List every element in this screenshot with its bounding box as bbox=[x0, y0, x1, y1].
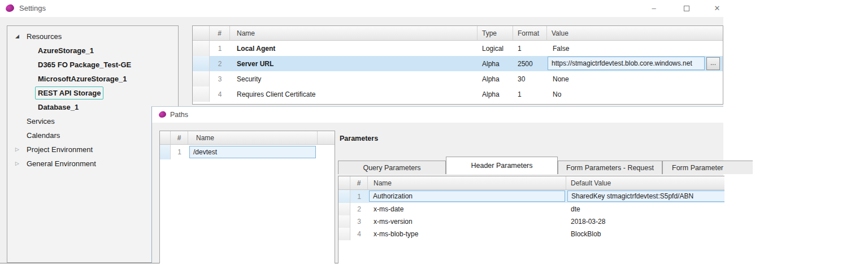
row-gutter[interactable] bbox=[193, 41, 210, 56]
row-num: 3 bbox=[210, 71, 230, 86]
minimize-button[interactable]: – bbox=[644, 0, 663, 17]
prop-value[interactable]: False bbox=[547, 41, 723, 56]
tree-item-label: General Environment bbox=[27, 157, 96, 171]
param-value-cell: SharedKey stmagictrfdevtest:S5pfd/ABN bbox=[566, 190, 724, 203]
prop-name: Requires Client Certificate bbox=[230, 86, 478, 102]
row-num: 4 bbox=[350, 228, 368, 240]
header-spacer bbox=[318, 131, 335, 144]
param-name: x-ms-version bbox=[368, 215, 566, 228]
header-format[interactable]: Format bbox=[513, 26, 547, 40]
expand-icon[interactable]: ▷ bbox=[15, 157, 23, 171]
maximize-icon bbox=[684, 6, 689, 11]
row-gutter[interactable] bbox=[338, 203, 350, 215]
table-row-x-ms-version[interactable]: 3 x-ms-version 2018-03-28 bbox=[338, 215, 724, 228]
table-row-local-agent[interactable]: 1 Local Agent Logical 1 False bbox=[193, 41, 723, 56]
header-gutter bbox=[193, 26, 210, 40]
tree-item-label-selected: REST API Storage bbox=[35, 86, 103, 99]
tree-item-azurestorage-1[interactable]: AzureStorage_1 bbox=[7, 44, 178, 58]
param-name-input[interactable]: Authorization bbox=[369, 191, 565, 202]
row-gutter[interactable] bbox=[160, 145, 171, 159]
server-url-input[interactable]: https://stmagictrfdevtest.blob.core.wind… bbox=[548, 57, 705, 70]
header-num[interactable]: # bbox=[350, 176, 368, 189]
row-num: 1 bbox=[171, 145, 188, 159]
header-name[interactable]: Name bbox=[188, 131, 318, 144]
row-gutter[interactable] bbox=[193, 86, 210, 102]
header-name[interactable]: Name bbox=[230, 26, 478, 40]
row-gutter[interactable] bbox=[338, 228, 350, 240]
param-name: x-ms-blob-type bbox=[368, 228, 566, 240]
row-gutter[interactable] bbox=[193, 56, 210, 71]
prop-value[interactable]: None bbox=[547, 71, 723, 86]
table-row-x-ms-date[interactable]: 2 x-ms-date dte bbox=[338, 203, 724, 215]
param-value[interactable]: dte bbox=[566, 203, 724, 215]
maximize-button[interactable] bbox=[677, 0, 696, 17]
browse-ellipsis-button[interactable]: ... bbox=[706, 57, 720, 70]
tree-item-rest-api-storage[interactable]: REST API Storage bbox=[7, 86, 178, 100]
prop-type: Logical bbox=[478, 41, 513, 56]
prop-type: Alpha bbox=[478, 56, 513, 71]
close-icon: ✕ bbox=[714, 4, 721, 12]
settings-titlebar[interactable]: Settings – ✕ bbox=[0, 0, 723, 17]
prop-format: 2500 bbox=[513, 56, 547, 71]
param-value[interactable]: BlockBlob bbox=[566, 228, 724, 240]
table-row-security[interactable]: 3 Security Alpha 30 None bbox=[193, 71, 723, 86]
paths-titlebar[interactable]: Paths bbox=[152, 107, 723, 123]
close-button[interactable]: ✕ bbox=[708, 0, 727, 17]
tab-form-parameters-request[interactable]: Form Parameters - Request bbox=[558, 161, 662, 174]
path-name-input[interactable]: /devtest bbox=[189, 146, 316, 158]
prop-format: 30 bbox=[513, 71, 547, 86]
row-gutter[interactable] bbox=[193, 71, 210, 86]
prop-name: Security bbox=[230, 71, 478, 86]
table-row-requires-client-certificate[interactable]: 4 Requires Client Certificate Alpha 1 No bbox=[193, 86, 723, 102]
param-name-cell: Authorization bbox=[368, 190, 566, 203]
table-row-devtest[interactable]: 1 /devtest bbox=[160, 145, 335, 159]
prop-format: 1 bbox=[513, 41, 547, 56]
row-num: 2 bbox=[350, 203, 368, 215]
paths-table: # Name 1 /devtest bbox=[159, 131, 335, 263]
table-row-server-url[interactable]: 2 Server URL Alpha 2500 https://stmagict… bbox=[193, 56, 723, 71]
tree-item-label: MicrosoftAzureStorage_1 bbox=[38, 72, 127, 86]
tree-item-label: D365 FO Package_Test-GE bbox=[38, 58, 131, 72]
tab-form-parameters-clipped[interactable]: Form Parameter bbox=[662, 161, 753, 174]
row-num: 1 bbox=[350, 190, 368, 203]
prop-type: Alpha bbox=[478, 86, 513, 102]
expand-icon[interactable]: ▷ bbox=[15, 142, 23, 157]
param-name: x-ms-date bbox=[368, 203, 566, 215]
tree-item-d365-fo-package-test-ge[interactable]: D365 FO Package_Test-GE bbox=[7, 58, 178, 72]
header-num[interactable]: # bbox=[210, 26, 230, 40]
row-gutter[interactable] bbox=[338, 190, 350, 203]
prop-value[interactable]: No bbox=[547, 86, 723, 102]
tab-header-parameters[interactable]: Header Parameters bbox=[446, 157, 558, 174]
paths-window-title: Paths bbox=[170, 107, 188, 123]
prop-type: Alpha bbox=[478, 71, 513, 86]
header-type[interactable]: Type bbox=[478, 26, 513, 40]
tab-query-parameters[interactable]: Query Parameters bbox=[338, 161, 446, 174]
tab-label: Query Parameters bbox=[363, 164, 420, 172]
row-gutter[interactable] bbox=[338, 215, 350, 228]
tab-label: Form Parameters - Request bbox=[566, 164, 654, 172]
collapse-icon[interactable]: ◢ bbox=[15, 29, 23, 44]
minimize-icon: – bbox=[652, 4, 656, 12]
tab-label: Header Parameters bbox=[471, 162, 532, 170]
header-num[interactable]: # bbox=[171, 131, 188, 144]
table-row-authorization[interactable]: 1 Authorization SharedKey stmagictrfdevt… bbox=[338, 190, 724, 203]
header-default-value[interactable]: Default Value bbox=[566, 176, 724, 189]
table-header-row: # Name bbox=[160, 131, 335, 145]
prop-value-cell: https://stmagictrfdevtest.blob.core.wind… bbox=[547, 56, 723, 71]
table-row-x-ms-blob-type[interactable]: 4 x-ms-blob-type BlockBlob bbox=[338, 228, 724, 240]
prop-name: Local Agent bbox=[230, 41, 478, 56]
param-value-input[interactable]: SharedKey stmagictrfdevtest:S5pfd/ABN bbox=[567, 191, 724, 202]
table-header-row: # Name Type Format Value bbox=[193, 26, 723, 41]
param-value[interactable]: 2018-03-28 bbox=[566, 215, 724, 228]
header-value[interactable]: Value bbox=[547, 26, 723, 40]
header-parameters-table: # Name Default Value 1 Authorization Sha… bbox=[338, 176, 724, 263]
tree-item-resources[interactable]: ◢ Resources bbox=[7, 29, 178, 44]
prop-format: 1 bbox=[513, 86, 547, 102]
tree-item-microsoftazurestorage-1[interactable]: MicrosoftAzureStorage_1 bbox=[7, 72, 178, 86]
settings-properties-table: # Name Type Format Value 1 Local Agent L… bbox=[192, 25, 723, 105]
row-num: 2 bbox=[210, 56, 230, 71]
tree-item-label: Calendars bbox=[27, 128, 60, 142]
header-name[interactable]: Name bbox=[368, 176, 566, 189]
header-gutter bbox=[338, 176, 350, 189]
path-name-cell: /devtest bbox=[188, 145, 335, 159]
